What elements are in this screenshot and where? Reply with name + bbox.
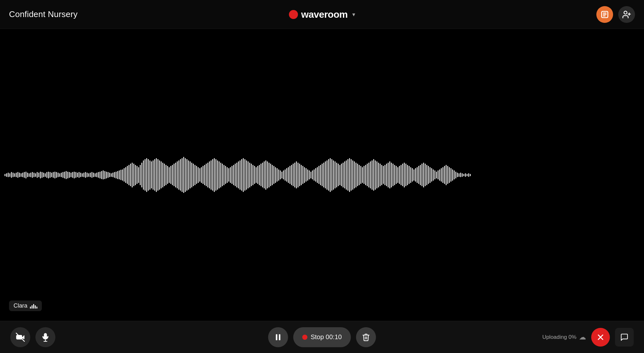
svg-rect-12: [276, 334, 278, 340]
waveform-bar: [199, 168, 200, 182]
waveroom-logo[interactable]: waveroom ▾: [289, 9, 355, 20]
waveform-bar: [455, 172, 456, 178]
waveform-bar: [111, 173, 112, 177]
close-session-button[interactable]: [591, 328, 610, 347]
waveform-bar: [91, 172, 92, 178]
stop-button[interactable]: Stop 00:10: [293, 327, 351, 347]
waveform-bar: [270, 164, 271, 186]
waveform-bar: [79, 172, 80, 178]
waveform-bar: [273, 166, 274, 184]
waveform-bar: [54, 172, 55, 178]
waveform-container: [0, 156, 644, 194]
waveform-bar: [51, 173, 52, 177]
upload-status: Uploading 0% ☁: [542, 333, 586, 341]
cloud-icon: ☁: [579, 333, 586, 341]
waveform-bar: [436, 172, 437, 178]
delete-button[interactable]: [356, 327, 376, 347]
waveform-bar: [83, 173, 84, 177]
waveform-bar: [339, 165, 340, 185]
waveform-bar: [391, 163, 392, 187]
waveform-bar: [344, 161, 345, 188]
waveform-bar: [156, 158, 157, 192]
emoji-action-button[interactable]: [596, 6, 613, 23]
waveform-bar: [257, 166, 258, 184]
waveform-bar: [423, 163, 424, 187]
waveform-bar: [180, 159, 181, 191]
waveform-bar: [127, 166, 128, 184]
session-title: Confident Nursery: [9, 9, 78, 19]
header-center: waveroom ▾: [289, 9, 355, 20]
waveform-bar: [64, 172, 65, 178]
waveform-bar: [217, 160, 218, 190]
waveform-bar: [90, 173, 91, 177]
add-user-button[interactable]: [618, 6, 635, 23]
waveform-bar: [153, 160, 154, 190]
waveform-bar: [417, 167, 418, 183]
waveform-bar: [383, 166, 384, 184]
microphone-button[interactable]: [35, 327, 55, 347]
waveform-bar: [269, 163, 270, 187]
waveform-bar: [323, 163, 324, 187]
bottom-center-controls: Stop 00:10: [268, 327, 376, 347]
waveform-bar: [48, 172, 49, 178]
waveform-bar: [162, 163, 163, 187]
waveform-bar: [272, 165, 273, 185]
waveform-bar: [256, 167, 257, 183]
waveform-bar: [318, 166, 319, 184]
waveform-bar: [13, 173, 14, 177]
waveform-bar: [384, 165, 385, 185]
waveform-bar: [40, 172, 41, 178]
camera-toggle-button[interactable]: [10, 327, 30, 347]
chevron-down-icon: ▾: [352, 11, 355, 18]
waveform-bar: [137, 166, 137, 184]
waveform-bar: [317, 167, 318, 183]
waveform-bar: [27, 173, 28, 177]
waveform-bar: [151, 161, 152, 188]
waveform-bar: [232, 166, 232, 184]
waveform-bar: [80, 173, 81, 177]
logo-dot: [289, 10, 298, 19]
bottom-left-controls: [10, 327, 55, 347]
waveform-bar: [106, 172, 107, 178]
waveform-bar: [196, 166, 197, 184]
waveform-bar: [248, 161, 249, 188]
waveform-bar: [460, 173, 461, 177]
waveform-bar: [141, 163, 142, 187]
waveform-bar: [149, 160, 150, 190]
waveform-bar: [190, 161, 191, 188]
waveform-bar: [468, 173, 469, 177]
stop-label: Stop 00:10: [311, 333, 342, 341]
waveform-bar: [441, 168, 442, 182]
header: Confident Nursery waveroom ▾: [0, 0, 644, 29]
waveform-bar: [431, 168, 432, 182]
pause-button[interactable]: [268, 327, 288, 347]
waveform-bar: [140, 165, 141, 185]
waveform-bar: [459, 173, 459, 177]
waveform-bar: [260, 164, 261, 186]
waveform-bar: [298, 163, 298, 187]
waveform-bar: [360, 166, 361, 184]
waveform-bar: [14, 173, 15, 177]
waveform-bar: [333, 160, 334, 190]
waveform-bar: [145, 159, 146, 191]
waveform-bar: [45, 173, 46, 177]
waveform-bar: [17, 172, 18, 178]
waveform-bar: [154, 159, 155, 191]
waveform-bar: [99, 172, 100, 178]
waveform-bar: [138, 167, 139, 183]
waveform-bar: [186, 159, 187, 191]
waveform-bar: [425, 164, 426, 186]
waveform-bar: [87, 173, 88, 177]
waveform-bar: [161, 161, 162, 188]
waveform-bar: [33, 173, 34, 177]
waveform-bar: [330, 158, 331, 192]
chat-button[interactable]: [615, 328, 634, 347]
waveform-bar: [22, 173, 23, 177]
waveform-bar: [233, 165, 234, 185]
waveform-bar: [347, 159, 348, 191]
waveform-bar: [215, 159, 216, 191]
waveform-bar: [251, 164, 252, 186]
waveform-bar: [343, 163, 344, 187]
header-actions: [596, 6, 635, 23]
waveform-bar: [101, 171, 102, 179]
